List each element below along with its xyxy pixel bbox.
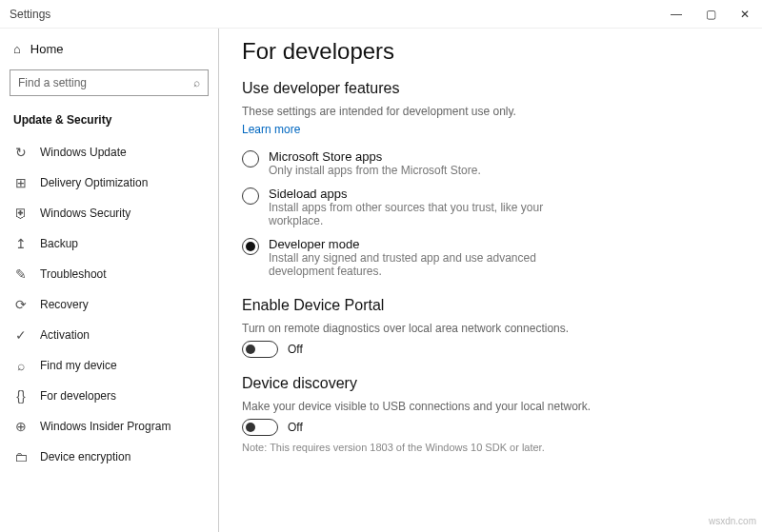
radio-developer-mode[interactable]: Developer mode Install any signed and tr… [242, 237, 739, 278]
radio-label: Sideload apps [269, 187, 583, 201]
device-portal-toggle[interactable] [242, 341, 278, 358]
troubleshoot-icon: ✎ [13, 266, 29, 282]
maximize-button[interactable]: ▢ [693, 0, 728, 29]
device-discovery-note: Note: This requires version 1803 of the … [242, 442, 739, 453]
watermark: wsxdn.com [709, 516, 756, 526]
device-discovery-heading: Device discovery [242, 375, 739, 392]
sidebar-item-label: Recovery [40, 298, 89, 311]
titlebar: Settings — ▢ ✕ [0, 0, 762, 29]
sidebar-item-backup[interactable]: ↥Backup [0, 229, 218, 258]
radio-microsoft-store-apps[interactable]: Microsoft Store apps Only install apps f… [242, 149, 739, 177]
sidebar-section-label: Update & Security [0, 108, 218, 136]
section-dev-features: Use developer features These settings ar… [242, 80, 739, 278]
toggle-state-label: Off [288, 421, 303, 434]
sync-icon: ↻ [13, 145, 29, 160]
sidebar-item-label: Windows Security [40, 207, 130, 220]
radio-icon [242, 238, 259, 255]
radio-sub: Install any signed and trusted app and u… [269, 251, 583, 278]
sidebar-item-for-developers[interactable]: {}For developers [0, 382, 218, 410]
sidebar-item-label: Activation [40, 328, 90, 342]
radio-label: Developer mode [269, 237, 583, 251]
device-portal-desc: Turn on remote diagnostics over local ar… [242, 322, 739, 335]
sidebar-item-device-encryption[interactable]: 🗀Device encryption [0, 443, 218, 471]
shield-icon: ⛨ [13, 206, 29, 221]
sidebar-item-insider-program[interactable]: ⊕Windows Insider Program [0, 412, 218, 441]
sidebar-item-activation[interactable]: ✓Activation [0, 321, 218, 349]
code-icon: {} [13, 388, 29, 404]
search-placeholder: Find a setting [18, 76, 87, 89]
window-controls: — ▢ ✕ [659, 0, 762, 29]
device-portal-heading: Enable Device Portal [242, 297, 739, 314]
dev-features-desc: These settings are intended for developm… [242, 105, 739, 118]
window-title: Settings [10, 8, 50, 21]
insider-icon: ⊕ [13, 419, 29, 434]
sidebar-item-label: Windows Insider Program [40, 420, 170, 433]
activation-icon: ✓ [13, 327, 29, 343]
page-title: For developers [242, 38, 739, 65]
sidebar-item-label: Troubleshoot [40, 267, 107, 281]
sidebar-item-label: Windows Update [40, 146, 127, 159]
radio-sub: Install apps from other sources that you… [269, 201, 583, 227]
sidebar-item-find-my-device[interactable]: ⌕Find my device [0, 351, 218, 380]
radio-icon [242, 187, 259, 205]
radio-icon [242, 150, 259, 167]
sidebar-item-windows-security[interactable]: ⛨Windows Security [0, 199, 218, 227]
main-content: For developers Use developer features Th… [219, 29, 762, 532]
dev-features-heading: Use developer features [242, 80, 739, 97]
home-icon: ⌂ [13, 42, 21, 56]
section-device-portal: Enable Device Portal Turn on remote diag… [242, 297, 739, 358]
radio-sub: Only install apps from the Microsoft Sto… [269, 164, 481, 177]
encryption-icon: 🗀 [13, 449, 29, 464]
sidebar-item-label: For developers [40, 389, 116, 403]
recovery-icon: ⟳ [13, 297, 29, 312]
toggle-state-label: Off [288, 343, 303, 356]
sidebar: ⌂ Home Find a setting ⌕ Update & Securit… [0, 29, 219, 532]
sidebar-item-label: Delivery Optimization [40, 176, 148, 189]
delivery-icon: ⊞ [13, 175, 29, 190]
radio-label: Microsoft Store apps [269, 149, 481, 164]
sidebar-item-recovery[interactable]: ⟳Recovery [0, 290, 218, 319]
device-discovery-desc: Make your device visible to USB connecti… [242, 400, 739, 413]
radio-sideload-apps[interactable]: Sideload apps Install apps from other so… [242, 187, 739, 227]
dev-mode-radio-group: Microsoft Store apps Only install apps f… [242, 149, 739, 278]
sidebar-item-label: Find my device [40, 359, 117, 372]
sidebar-item-delivery-optimization[interactable]: ⊞Delivery Optimization [0, 168, 218, 197]
sidebar-item-windows-update[interactable]: ↻Windows Update [0, 138, 218, 167]
search-icon: ⌕ [193, 76, 200, 89]
sidebar-item-label: Backup [40, 237, 78, 250]
minimize-button[interactable]: — [659, 0, 693, 29]
sidebar-item-label: Device encryption [40, 450, 130, 463]
device-discovery-toggle[interactable] [242, 419, 278, 436]
backup-icon: ↥ [13, 236, 29, 251]
find-icon: ⌕ [13, 358, 29, 373]
home-link[interactable]: ⌂ Home [0, 36, 218, 62]
close-button[interactable]: ✕ [728, 0, 762, 29]
home-label: Home [30, 42, 64, 56]
search-input[interactable]: Find a setting ⌕ [10, 69, 209, 96]
section-device-discovery: Device discovery Make your device visibl… [242, 375, 739, 453]
learn-more-link[interactable]: Learn more [242, 123, 300, 136]
sidebar-item-troubleshoot[interactable]: ✎Troubleshoot [0, 260, 218, 288]
